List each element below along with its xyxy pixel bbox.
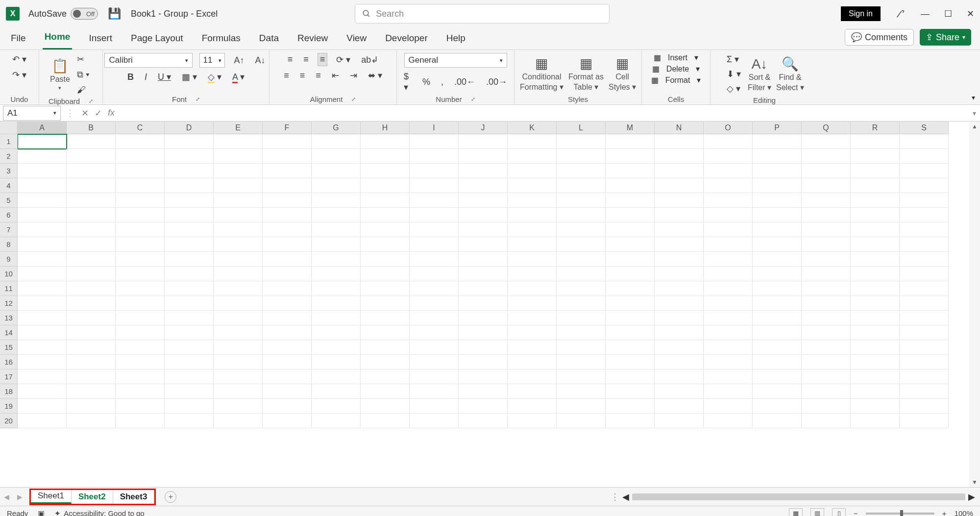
row-header-12[interactable]: 12 (0, 296, 18, 311)
cell-J9[interactable] (459, 252, 508, 267)
column-header-Q[interactable]: Q (802, 122, 851, 134)
cell-N1[interactable] (655, 134, 704, 149)
cell-B19[interactable] (67, 399, 116, 414)
cell-H13[interactable] (361, 311, 410, 325)
cell-G10[interactable] (312, 267, 361, 281)
cell-O3[interactable] (704, 164, 753, 178)
cell-A19[interactable] (18, 399, 67, 414)
cell-O20[interactable] (704, 414, 753, 428)
tab-file[interactable]: File (9, 33, 28, 49)
cell-J3[interactable] (459, 164, 508, 178)
cell-I19[interactable] (410, 399, 459, 414)
cell-L11[interactable] (557, 281, 606, 296)
cell-B4[interactable] (67, 178, 116, 193)
autosum-button[interactable]: Σ ▾ (725, 53, 743, 66)
cell-F8[interactable] (263, 237, 312, 252)
cell-Q2[interactable] (802, 149, 851, 164)
minimize-button[interactable]: — (921, 9, 930, 19)
cell-I5[interactable] (410, 193, 459, 208)
cell-C16[interactable] (116, 355, 165, 369)
cell-A4[interactable] (18, 178, 67, 193)
cell-M15[interactable] (606, 340, 655, 355)
cell-O14[interactable] (704, 325, 753, 340)
cell-K19[interactable] (508, 399, 557, 414)
cell-O11[interactable] (704, 281, 753, 296)
cell-N5[interactable] (655, 193, 704, 208)
cell-R6[interactable] (851, 208, 900, 222)
cell-A17[interactable] (18, 369, 67, 384)
cell-B16[interactable] (67, 355, 116, 369)
cell-L9[interactable] (557, 252, 606, 267)
column-header-D[interactable]: D (165, 122, 214, 134)
cell-H15[interactable] (361, 340, 410, 355)
cell-E17[interactable] (214, 369, 263, 384)
cell-E16[interactable] (214, 355, 263, 369)
cell-J4[interactable] (459, 178, 508, 193)
cell-I20[interactable] (410, 414, 459, 428)
column-header-K[interactable]: K (508, 122, 557, 134)
sheet-tab-2[interactable]: Sheet2 (72, 490, 113, 504)
cell-K18[interactable] (508, 384, 557, 399)
cell-B7[interactable] (67, 222, 116, 237)
zoom-value[interactable]: 100% (955, 509, 973, 516)
maximize-button[interactable]: ☐ (944, 8, 952, 19)
cell-N12[interactable] (655, 296, 704, 311)
cell-N16[interactable] (655, 355, 704, 369)
cell-M13[interactable] (606, 311, 655, 325)
cell-R18[interactable] (851, 384, 900, 399)
cell-B1[interactable] (67, 134, 116, 149)
cell-B9[interactable] (67, 252, 116, 267)
cell-I17[interactable] (410, 369, 459, 384)
cell-G16[interactable] (312, 355, 361, 369)
cell-E19[interactable] (214, 399, 263, 414)
cell-J16[interactable] (459, 355, 508, 369)
cell-L12[interactable] (557, 296, 606, 311)
cell-H19[interactable] (361, 399, 410, 414)
column-header-A[interactable]: A (18, 122, 67, 134)
cell-N14[interactable] (655, 325, 704, 340)
cell-Q18[interactable] (802, 384, 851, 399)
cell-S5[interactable] (900, 193, 949, 208)
cell-R12[interactable] (851, 296, 900, 311)
column-header-S[interactable]: S (900, 122, 949, 134)
cell-M1[interactable] (606, 134, 655, 149)
column-header-J[interactable]: J (459, 122, 508, 134)
cell-M4[interactable] (606, 178, 655, 193)
zoom-in-button[interactable]: + (942, 509, 947, 516)
row-header-3[interactable]: 3 (0, 164, 18, 178)
cell-E13[interactable] (214, 311, 263, 325)
cell-F13[interactable] (263, 311, 312, 325)
cell-C17[interactable] (116, 369, 165, 384)
cell-J2[interactable] (459, 149, 508, 164)
cell-F6[interactable] (263, 208, 312, 222)
cell-B17[interactable] (67, 369, 116, 384)
cell-B3[interactable] (67, 164, 116, 178)
cell-J1[interactable] (459, 134, 508, 149)
cell-P14[interactable] (753, 325, 802, 340)
cell-I14[interactable] (410, 325, 459, 340)
cell-L2[interactable] (557, 149, 606, 164)
cell-O8[interactable] (704, 237, 753, 252)
view-normal-button[interactable]: ▦ (789, 508, 803, 516)
cell-G9[interactable] (312, 252, 361, 267)
cell-Q8[interactable] (802, 237, 851, 252)
align-bottom-button[interactable]: ≡ (318, 53, 328, 66)
cell-P15[interactable] (753, 340, 802, 355)
cell-O16[interactable] (704, 355, 753, 369)
cell-E12[interactable] (214, 296, 263, 311)
cell-L14[interactable] (557, 325, 606, 340)
cell-D2[interactable] (165, 149, 214, 164)
cell-D11[interactable] (165, 281, 214, 296)
cell-P8[interactable] (753, 237, 802, 252)
borders-button[interactable]: ▦ ▾ (180, 71, 199, 83)
tab-data[interactable]: Data (257, 33, 281, 49)
dialog-launcher-icon[interactable]: ⤢ (351, 96, 356, 102)
cell-J13[interactable] (459, 311, 508, 325)
cell-E18[interactable] (214, 384, 263, 399)
cell-K5[interactable] (508, 193, 557, 208)
cell-R5[interactable] (851, 193, 900, 208)
cell-I18[interactable] (410, 384, 459, 399)
cell-P1[interactable] (753, 134, 802, 149)
column-header-O[interactable]: O (704, 122, 753, 134)
cell-J10[interactable] (459, 267, 508, 281)
